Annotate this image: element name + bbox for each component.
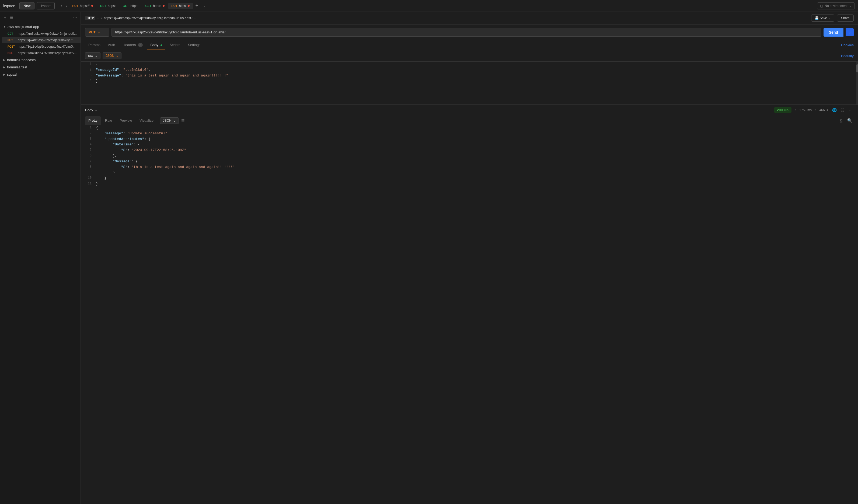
- req-line-4: 4 }: [81, 78, 858, 84]
- chevron-down-icon: ▼: [3, 25, 6, 28]
- tab-method-get3: GET: [145, 4, 152, 7]
- req-editor-scrollbar-thumb[interactable]: [856, 64, 858, 72]
- tab-auth[interactable]: Auth: [105, 40, 118, 50]
- collection-squash-header[interactable]: ▶ squash: [0, 71, 80, 78]
- response-tabs: Pretty Raw Preview Visualize JSON ⌄ ☷ ⎘: [81, 115, 858, 125]
- url-input[interactable]: [111, 28, 821, 37]
- response-size: 466 B: [820, 108, 828, 112]
- tab-url-get2: https:: [130, 4, 138, 8]
- sidebar-more-button[interactable]: ⋯: [73, 15, 77, 20]
- chevron-right-icon-3: ▶: [3, 73, 5, 76]
- save-button[interactable]: 💾 Save ⌄: [811, 15, 834, 21]
- method-selector[interactable]: PUT ⌄: [85, 28, 109, 37]
- tab-dot-put-active: [188, 5, 190, 7]
- resp-line-5: 5 "S": "2024-09-17T22:58:26.109Z": [81, 148, 858, 153]
- chevron-right-icon-1: ▶: [3, 59, 5, 61]
- tab-body[interactable]: Body: [147, 40, 165, 50]
- import-button[interactable]: Import: [37, 2, 55, 10]
- tab-get-3[interactable]: GET https:: [142, 3, 168, 9]
- resp-format-label: JSON: [163, 119, 172, 123]
- tab-auth-label: Auth: [108, 43, 115, 47]
- workspace-name: kspace: [3, 4, 15, 8]
- tab-dot-get3: [163, 5, 164, 7]
- tab-dropdown-button[interactable]: ⌄: [201, 3, 208, 9]
- method-label: PUT: [89, 30, 96, 34]
- request-post-1[interactable]: POST https://3gz3c4qz5cddogutd4uzkl7qim0…: [2, 43, 80, 50]
- sidebar: + ☰ ⋯ ▼ aws-nextjs-crud-app GET https://…: [0, 12, 81, 504]
- request-get-1[interactable]: GET https://xm3adkuxwxqv6uiwz42rnjunpq0.…: [2, 30, 80, 37]
- save-icon: 💾: [815, 16, 819, 20]
- status-badge: 200 OK: [774, 107, 792, 113]
- collection-formula1-test-header[interactable]: ▶ formula1/test: [0, 64, 80, 71]
- resp-tab-preview-label: Preview: [120, 118, 132, 123]
- filter-button[interactable]: ☰: [9, 15, 14, 20]
- method-badge-post1: POST: [7, 45, 16, 48]
- tab-dot-put1: [91, 5, 93, 7]
- request-body-editor[interactable]: 1 { 2 "messageId": "tcs6hlkdt6", 3 "newM…: [81, 62, 858, 105]
- resp-format-selector[interactable]: JSON ⌄: [160, 117, 179, 124]
- method-badge-get1: GET: [7, 32, 16, 35]
- tab-url-put1: https://: [80, 4, 90, 8]
- resp-line-8: 8 "S": "this is a test again and again a…: [81, 164, 858, 170]
- tab-next-button[interactable]: ›: [64, 3, 69, 9]
- breadcrumb-url: https://kjw4rx6asp25x2evqefi6dnk3y0fciig…: [104, 16, 196, 20]
- collection-aws-nextjs-header[interactable]: ▼ aws-nextjs-crud-app: [0, 23, 80, 30]
- response-more-button[interactable]: ⋯: [848, 108, 854, 113]
- response-body-label: Body: [85, 108, 93, 112]
- breadcrumb-method-icon: HTTP: [85, 16, 95, 20]
- format-selector[interactable]: raw ⌄: [85, 52, 100, 59]
- environment-selector[interactable]: ▢ No environment ⌄: [817, 2, 855, 10]
- response-globe-button[interactable]: 🌐: [831, 108, 838, 113]
- req-editor-scrollbar-track[interactable]: [856, 62, 858, 104]
- beautify-button[interactable]: Beautify: [841, 54, 854, 58]
- tab-scripts[interactable]: Scripts: [166, 40, 184, 50]
- tab-get-1[interactable]: GET https:: [97, 3, 119, 9]
- method-badge-del1: DEL: [7, 52, 16, 55]
- resp-search-button[interactable]: 🔍: [846, 117, 854, 124]
- resp-filter-button[interactable]: ☷: [180, 118, 186, 124]
- add-tab-button[interactable]: +: [193, 2, 201, 10]
- resp-copy-button[interactable]: ⎘: [839, 117, 844, 124]
- resp-tab-visualize[interactable]: Visualize: [136, 116, 157, 125]
- add-collection-button[interactable]: +: [3, 15, 7, 20]
- tab-method-get1: GET: [100, 4, 106, 7]
- resp-line-10: 10 }: [81, 176, 858, 181]
- cookies-button[interactable]: Cookies: [841, 43, 854, 47]
- tab-params-label: Params: [88, 43, 100, 47]
- tab-scripts-label: Scripts: [170, 43, 180, 47]
- tab-put-1[interactable]: PUT https://: [69, 3, 96, 9]
- resp-line-11: 11 }: [81, 181, 858, 187]
- response-code-editor[interactable]: 1 { 2 "message": "Update successful", 3 …: [81, 125, 858, 504]
- tab-get-2[interactable]: GET https:: [120, 3, 142, 9]
- save-dropdown-icon: ⌄: [828, 16, 831, 20]
- response-format-button[interactable]: ☷: [840, 108, 846, 113]
- resp-line-7: 7 "Message": {: [81, 159, 858, 164]
- request-put-1[interactable]: PUT https://kjw4rx6asp25x2evqefi6dnk3y0f…: [2, 37, 80, 43]
- tab-prev-button[interactable]: ‹: [59, 3, 64, 9]
- response-body-dropdown[interactable]: Body ⌄: [85, 108, 98, 112]
- tab-put-active[interactable]: PUT https: [168, 3, 193, 9]
- send-button[interactable]: Send: [824, 28, 843, 37]
- new-button[interactable]: New: [19, 2, 34, 10]
- json-type-selector[interactable]: JSON ⌄: [102, 52, 122, 59]
- request-tabs: Params Auth Headers 8 Body Scripts Setti…: [81, 40, 858, 50]
- meta-dot-2: •: [815, 108, 816, 112]
- tab-params[interactable]: Params: [85, 40, 104, 50]
- request-del-1[interactable]: DEL https://7daxkfia547t2tlndsx2ps7yfe0w…: [2, 50, 80, 56]
- resp-tab-raw[interactable]: Raw: [102, 116, 115, 125]
- tab-headers-label: Headers: [123, 43, 136, 47]
- resp-tab-pretty[interactable]: Pretty: [85, 116, 101, 125]
- response-body-chevron-icon: ⌄: [95, 108, 98, 112]
- resp-line-6: 6 },: [81, 153, 858, 159]
- tab-settings[interactable]: Settings: [185, 40, 204, 50]
- send-dropdown-button[interactable]: ⌄: [846, 28, 854, 36]
- response-body: 1 { 2 "message": "Update successful", 3 …: [81, 125, 858, 504]
- tab-headers[interactable]: Headers 8: [120, 40, 146, 50]
- breadcrumb-dots: ...: [97, 16, 100, 20]
- share-button[interactable]: Share: [837, 15, 854, 21]
- resp-tab-preview[interactable]: Preview: [116, 116, 135, 125]
- resp-tab-raw-label: Raw: [105, 118, 112, 123]
- sidebar-toolbar: + ☰ ⋯: [0, 12, 80, 23]
- request-url-post1: https://3gz3c4qz5cddogutd4uzkl7qim0...: [18, 45, 75, 48]
- collection-formula1-podcasts-header[interactable]: ▶ formula1/podcasts: [0, 56, 80, 64]
